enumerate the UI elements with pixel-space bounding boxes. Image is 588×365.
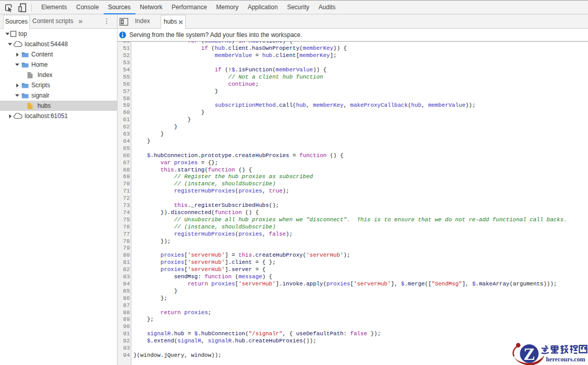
svg-text:Z: Z [523, 344, 535, 363]
svg-text:herecours.com: herecours.com [546, 356, 585, 363]
